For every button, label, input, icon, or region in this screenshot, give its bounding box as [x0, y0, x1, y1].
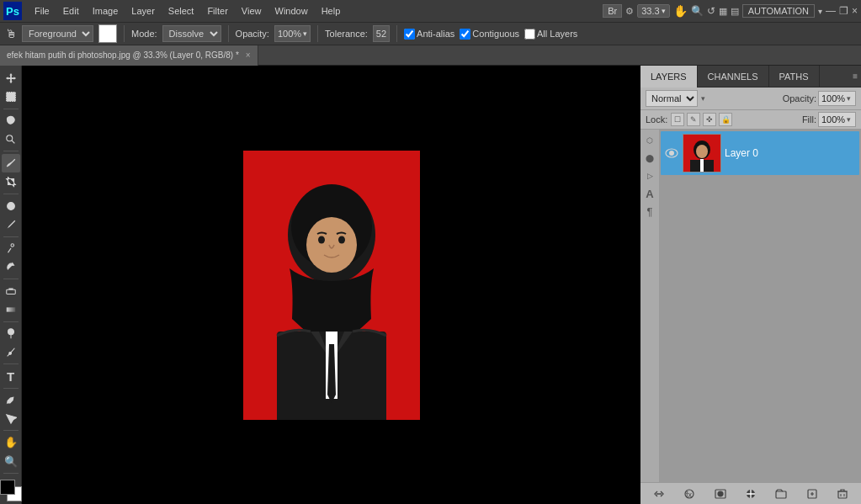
hand-tool-left[interactable]: ✋ [2, 433, 20, 451]
lasso-tool[interactable] [2, 112, 20, 130]
direct-selection-tool[interactable] [2, 410, 20, 427]
new-layer-button[interactable] [804, 485, 821, 502]
toolbar-sep-1 [3, 109, 19, 109]
layer-visibility-toggle[interactable] [664, 146, 679, 161]
tool-selector[interactable]: Foreground [22, 25, 93, 42]
lock-icons: ☐ ✎ ✜ 🔒 [671, 113, 732, 126]
contiguous-option[interactable]: Contiguous [460, 29, 519, 40]
pen-tool[interactable] [2, 343, 20, 361]
layer-effects-icon[interactable]: ⬡ [642, 133, 657, 148]
minimize-button[interactable]: — [826, 5, 836, 17]
new-adjustment-button[interactable] [742, 485, 759, 502]
automation-button[interactable]: AUTOMATION [742, 4, 815, 18]
vector-mask-icon[interactable]: ▷ [642, 168, 657, 183]
layer-item-0[interactable]: Layer 0 [661, 131, 859, 175]
mode-label: Mode: [131, 29, 157, 39]
eyedropper-tool[interactable] [2, 154, 20, 172]
eyedropper-icon[interactable]: 🖱 [5, 27, 17, 40]
panel-options-icon[interactable]: ≡ [853, 72, 858, 81]
options-bar: 🖱 Foreground Mode: Dissolve Opacity: 100… [0, 22, 861, 45]
menu-image[interactable]: Image [87, 4, 125, 18]
eraser-tool[interactable] [2, 282, 20, 300]
menu-window[interactable]: Window [269, 4, 314, 18]
lock-transparent-button[interactable]: ☐ [671, 113, 684, 126]
menu-filter[interactable]: Filter [201, 4, 233, 18]
lock-position-button[interactable]: ✜ [703, 113, 716, 126]
crop-tool[interactable] [2, 173, 20, 191]
svg-point-12 [306, 217, 357, 273]
menu-view[interactable]: View [236, 4, 268, 18]
clone-stamp-tool[interactable] [2, 240, 20, 257]
all-layers-option[interactable]: All Layers [524, 29, 577, 40]
layer-mask-icon[interactable]: ⬤ [642, 151, 657, 166]
delete-layer-button[interactable] [834, 485, 851, 502]
quick-select-tool[interactable] [2, 130, 20, 148]
fill-label: Fill: [802, 114, 816, 125]
svg-rect-5 [6, 307, 15, 311]
foreground-color-swatch[interactable] [98, 24, 117, 43]
tab-paths[interactable]: PATHS [769, 66, 820, 88]
color-swatches[interactable] [0, 480, 22, 501]
svg-rect-29 [776, 491, 786, 498]
lock-all-button[interactable]: 🔒 [719, 113, 732, 126]
tab-layers[interactable]: LAYERS [640, 66, 698, 88]
opacity-value-input[interactable]: 100% ▾ [818, 91, 856, 106]
lock-image-button[interactable]: ✎ [687, 113, 700, 126]
blend-mode-dropdown[interactable]: Normal [646, 90, 698, 107]
zoom-control[interactable]: 33.3 ▾ [637, 4, 669, 18]
layer-effects-button[interactable]: fx [681, 485, 698, 502]
tool-dropdown[interactable]: Foreground [22, 25, 93, 42]
layout-options[interactable]: ▦ [719, 6, 727, 17]
anti-alias-option[interactable]: Anti-alias [404, 29, 454, 40]
hand-tool[interactable]: ✋ [673, 4, 688, 18]
mode-dropdown[interactable]: Dissolve [162, 25, 221, 42]
move-tool[interactable] [2, 69, 20, 87]
dodge-tool[interactable] [2, 325, 20, 342]
lock-label: Lock: [646, 114, 667, 125]
menu-layer[interactable]: Layer [125, 4, 161, 18]
layers-list: Layer 0 [659, 130, 861, 482]
svg-point-3 [11, 244, 14, 247]
gradient-tool[interactable] [2, 300, 20, 318]
close-window-button[interactable]: × [852, 5, 858, 17]
opacity-input[interactable]: 100% ▾ [274, 25, 311, 42]
foreground-color[interactable] [0, 480, 15, 495]
document-tab[interactable]: efek hitam putih di photoshop.jpg @ 33.3… [0, 45, 258, 66]
paragraph-icon[interactable]: ¶ [642, 204, 657, 219]
tab-channels[interactable]: CHANNELS [698, 66, 769, 88]
patch-tool[interactable] [2, 197, 20, 215]
menu-file[interactable]: File [29, 4, 56, 18]
main-canvas-wrapper: 33.33% ◀ ▶ Doc: 1.76M/1.76M [22, 66, 640, 504]
text-tool[interactable]: T [2, 367, 20, 385]
text-icon[interactable]: A [642, 186, 657, 201]
brush-tool[interactable] [2, 215, 20, 233]
menu-help[interactable]: Help [316, 4, 347, 18]
left-toolbar: T ✋ 🔍 [0, 66, 22, 504]
layers-side-column: ⬡ ⬤ ▷ A ¶ [640, 130, 659, 482]
menu-bar: Ps File Edit Image Layer Select Filter V… [0, 0, 861, 22]
tolerance-input[interactable]: 52 [373, 25, 390, 42]
maximize-button[interactable]: ❐ [839, 5, 848, 17]
marquee-tool[interactable] [2, 88, 20, 105]
history-brush-tool[interactable] [2, 258, 20, 276]
bridge-button[interactable]: Br [603, 4, 622, 18]
svg-point-1 [6, 135, 12, 141]
add-mask-button[interactable] [712, 485, 729, 502]
fill-value-input[interactable]: 100% ▾ [818, 112, 856, 127]
rotate-tool[interactable]: ↺ [707, 5, 715, 17]
toolbar-sep-8 [3, 388, 19, 389]
tolerance-label: Tolerance: [325, 29, 368, 39]
new-group-button[interactable] [773, 485, 789, 502]
menu-edit[interactable]: Edit [57, 4, 85, 18]
svg-point-21 [696, 145, 708, 158]
link-layers-button[interactable] [651, 485, 667, 502]
panel-footer: fx [640, 482, 861, 504]
path-selection-tool[interactable] [2, 391, 20, 409]
tab-close-button[interactable]: × [246, 50, 251, 60]
view-options[interactable]: ▤ [731, 6, 739, 17]
menu-select[interactable]: Select [162, 4, 200, 18]
layers-area: ⬡ ⬤ ▷ A ¶ [640, 130, 861, 482]
zoom-tool-left[interactable]: 🔍 [2, 453, 20, 470]
zoom-tool[interactable]: 🔍 [691, 5, 704, 17]
toolbar-sep-9 [3, 430, 19, 431]
